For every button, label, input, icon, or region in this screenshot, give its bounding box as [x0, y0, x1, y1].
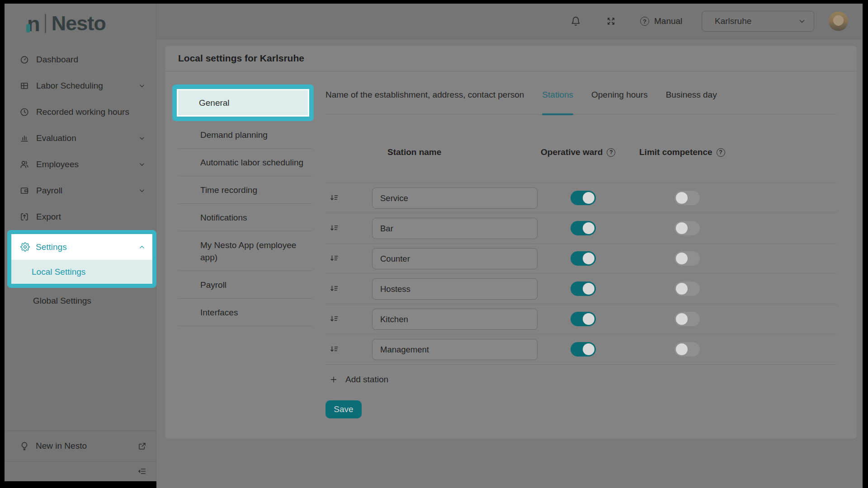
plus-icon — [329, 375, 338, 384]
nesto-logo: n Nesto — [5, 4, 156, 43]
stations-panel: Name of the establishment, address, cont… — [326, 71, 836, 418]
column-header-limit-competence: Limit competence ? — [639, 147, 725, 157]
sidebar-item-label: Settings — [36, 242, 67, 252]
collapse-sidebar-icon[interactable] — [137, 466, 147, 476]
sidebar: n Nesto DashboardLabor SchedulingRecorde… — [5, 4, 156, 481]
submenu-item-my-nesto-app-employee-app[interactable]: My Nesto App (employee app) — [172, 231, 314, 271]
tab-stations[interactable]: Stations — [542, 75, 573, 114]
submenu-item-label: My Nesto App (employee app) — [200, 239, 307, 263]
limit-competence-toggle[interactable] — [675, 312, 700, 326]
submenu-item-label: Payroll — [200, 279, 226, 291]
chevron-down-icon — [138, 134, 146, 142]
limit-competence-toggle[interactable] — [675, 221, 700, 235]
station-name-input[interactable] — [372, 218, 538, 239]
drag-handle-icon[interactable] — [329, 193, 339, 203]
sidebar-item-labor-scheduling[interactable]: Labor Scheduling — [5, 73, 156, 99]
sidebar-item-label: Dashboard — [36, 55, 78, 65]
submenu-item-notifications[interactable]: Notifications — [172, 204, 314, 231]
submenu-item-label: Demand planning — [200, 129, 268, 141]
operative-ward-help-icon[interactable]: ? — [607, 148, 615, 157]
chevron-down-icon — [138, 160, 146, 169]
tab-name-of-the-establishment-address-contact-person[interactable]: Name of the establishment, address, cont… — [326, 75, 524, 114]
operative-ward-toggle[interactable] — [571, 282, 596, 296]
tab-opening-hours[interactable]: Opening hours — [591, 75, 648, 114]
user-avatar[interactable] — [829, 12, 848, 31]
location-selector[interactable]: Karlsruhe — [702, 11, 814, 32]
operative-ward-toggle[interactable] — [571, 251, 596, 266]
operative-ward-toggle[interactable] — [571, 221, 596, 235]
column-header-operative-ward: Operative ward ? — [541, 147, 615, 157]
operative-ward-toggle[interactable] — [571, 191, 596, 205]
add-station-button[interactable]: Add station — [326, 365, 836, 394]
sidebar-item-dashboard[interactable]: Dashboard — [5, 47, 156, 73]
help-circle-icon[interactable]: ? — [640, 17, 649, 26]
settings-submenu: GeneralDemand planningAutomatic labor sc… — [172, 71, 314, 326]
save-button[interactable]: Save — [326, 400, 362, 418]
sidebar-item-global-settings[interactable]: Global Settings — [5, 288, 156, 314]
limit-competence-help-icon[interactable]: ? — [717, 148, 725, 157]
logo-separator — [45, 14, 46, 33]
limit-competence-toggle[interactable] — [675, 191, 700, 205]
bar-chart-icon — [19, 133, 29, 143]
fullscreen-icon[interactable] — [606, 16, 616, 27]
export-icon — [19, 212, 29, 222]
station-row-kitchen — [326, 304, 836, 334]
submenu-item-interfaces[interactable]: Interfaces — [172, 299, 314, 326]
station-name-input[interactable] — [372, 309, 538, 330]
submenu-item-demand-planning[interactable]: Demand planning — [172, 121, 314, 149]
sidebar-item-recorded-working-hours[interactable]: Recorded working hours — [5, 99, 156, 125]
tab-label: Opening hours — [591, 90, 648, 100]
station-name-input[interactable] — [372, 248, 538, 269]
submenu-item-label: Time recording — [200, 184, 257, 196]
station-row-service — [326, 183, 836, 213]
submenu-item-payroll[interactable]: Payroll — [172, 271, 314, 299]
sidebar-item-label: Global Settings — [33, 296, 91, 306]
limit-competence-toggle[interactable] — [675, 251, 700, 266]
sidebar-item-label: Evaluation — [36, 133, 76, 143]
dashboard-icon — [19, 55, 29, 65]
sidebar-item-export[interactable]: Export — [5, 204, 156, 230]
tab-business-day[interactable]: Business day — [666, 75, 717, 114]
station-name-input[interactable] — [372, 188, 538, 209]
chevron-down-icon — [797, 17, 807, 26]
stations-table-body — [326, 183, 836, 365]
lightbulb-icon — [19, 441, 29, 451]
sidebar-item-label: Export — [36, 212, 61, 222]
column-header-station-name: Station name — [387, 147, 441, 157]
chevron-down-icon — [138, 82, 146, 90]
tab-bar: Name of the establishment, address, cont… — [326, 71, 836, 115]
drag-handle-icon[interactable] — [329, 223, 339, 233]
sidebar-item-evaluation[interactable]: Evaluation — [5, 125, 156, 151]
station-row-management — [326, 334, 836, 365]
stations-table-header: Station name Operative ward ? Limit comp… — [326, 115, 836, 183]
notifications-bell-icon[interactable] — [571, 16, 581, 27]
drag-handle-icon[interactable] — [329, 253, 339, 263]
station-name-input[interactable] — [372, 278, 538, 300]
submenu-item-label: Interfaces — [200, 306, 238, 319]
submenu-item-label: Notifications — [200, 211, 247, 224]
sidebar-item-settings[interactable]: Settings — [11, 234, 152, 260]
drag-handle-icon[interactable] — [329, 344, 339, 354]
drag-handle-icon[interactable] — [329, 284, 339, 294]
drag-handle-icon[interactable] — [329, 314, 339, 324]
limit-competence-toggle[interactable] — [675, 282, 700, 296]
station-name-input[interactable] — [372, 339, 538, 360]
submenu-item-automatic-labor-scheduling[interactable]: Automatic labor scheduling — [172, 149, 314, 176]
operative-ward-toggle[interactable] — [571, 342, 596, 357]
users-icon — [19, 160, 29, 169]
settings-spotlight: Settings Local Settings — [7, 230, 156, 288]
limit-competence-toggle[interactable] — [675, 342, 700, 357]
gear-icon — [20, 242, 30, 252]
sidebar-item-local-settings[interactable]: Local Settings — [11, 260, 152, 284]
submenu-item-time-recording[interactable]: Time recording — [172, 176, 314, 204]
sidebar-item-employees[interactable]: Employees — [5, 151, 156, 178]
sidebar-nav: DashboardLabor SchedulingRecorded workin… — [5, 43, 156, 230]
sidebar-item-payroll[interactable]: Payroll — [5, 178, 156, 204]
settings-card: Local settings for Karlsruhe GeneralDema… — [165, 46, 857, 439]
manual-link[interactable]: Manual — [654, 16, 682, 26]
station-row-bar — [326, 213, 836, 244]
operative-ward-toggle[interactable] — [571, 312, 596, 326]
whats-new-link[interactable]: New in Nesto — [5, 431, 156, 461]
submenu-item-general-spotlight[interactable]: General — [172, 84, 314, 121]
wallet-icon — [19, 186, 29, 196]
